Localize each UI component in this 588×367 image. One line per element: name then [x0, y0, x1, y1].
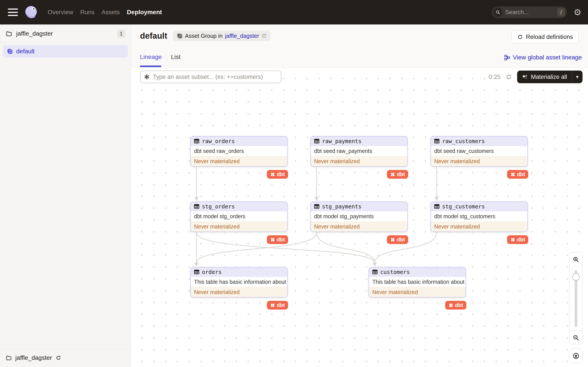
- asset-name: customers: [380, 269, 410, 275]
- dbt-badge-label: dbt: [517, 171, 525, 177]
- asset-node-stg_payments[interactable]: stg_paymentsdbt model stg_paymentsNever …: [311, 201, 408, 232]
- refresh-timer: 0:25: [488, 73, 501, 80]
- asset-description: This table has basic information about .…: [191, 277, 287, 287]
- table-icon: [434, 204, 440, 209]
- asset-group-tag-link[interactable]: jaffle_dagster: [225, 33, 259, 39]
- asset-node-header: orders: [191, 267, 287, 277]
- zoom-controls: [569, 252, 582, 345]
- asset-description: dbt seed raw_orders: [191, 146, 287, 156]
- asset-subset-input[interactable]: [153, 73, 277, 81]
- table-icon: [194, 204, 199, 209]
- dbt-badge-label: dbt: [397, 171, 405, 177]
- dbt-logo-icon: [390, 237, 395, 242]
- search-input[interactable]: [502, 9, 557, 16]
- asset-name: orders: [202, 269, 222, 275]
- active-tab-underline: [140, 66, 161, 67]
- asset-status: Never materialized: [311, 222, 407, 232]
- dbt-logo-icon: [270, 303, 275, 308]
- asset-node-orders[interactable]: ordersThis table has basic information a…: [190, 267, 288, 298]
- dbt-badge-raw_payments[interactable]: dbt: [387, 170, 408, 179]
- dbt-badge-customers[interactable]: dbt: [445, 301, 466, 309]
- main-panel: default Asset Group in jaffle_dagster Re…: [131, 25, 588, 367]
- search-shortcut-key: /: [557, 8, 565, 17]
- asset-group-icon: [7, 48, 13, 54]
- dbt-badge-label: dbt: [277, 171, 285, 177]
- search-bar[interactable]: /: [492, 6, 567, 18]
- view-global-asset-lineage-link[interactable]: View global asset lineage: [504, 54, 582, 61]
- dbt-badge-label: dbt: [277, 302, 285, 308]
- op-selector-icon: [144, 74, 150, 80]
- settings-gear-icon[interactable]: ⚙: [574, 8, 581, 17]
- asset-description: dbt model stg_payments: [311, 211, 407, 222]
- sparkle-icon: [522, 74, 528, 80]
- sidebar-footer: jaffle_dagster: [0, 349, 131, 367]
- asset-subset-filter: [140, 71, 281, 83]
- asset-name: raw_payments: [322, 138, 362, 144]
- asset-node-raw_customers[interactable]: raw_customersdbt seed raw_customersNever…: [431, 136, 528, 167]
- dbt-badge-stg_orders[interactable]: dbt: [267, 235, 288, 244]
- folder-icon: [6, 355, 12, 361]
- dagster-logo[interactable]: [23, 4, 39, 20]
- nav-item-overview[interactable]: Overview: [44, 9, 77, 16]
- asset-name: stg_customers: [442, 203, 485, 210]
- asset-status: Never materialized: [191, 287, 287, 297]
- asset-name: raw_orders: [202, 138, 235, 144]
- nav-links: Overview Runs Assets Deployment: [44, 9, 165, 16]
- asset-group-tag: Asset Group in jaffle_dagster: [173, 31, 271, 41]
- sidebar-project-row[interactable]: jaffle_dagster 1: [0, 25, 131, 43]
- dbt-badge-orders[interactable]: dbt: [267, 301, 288, 309]
- materialize-dropdown-caret[interactable]: ▾: [572, 71, 582, 83]
- dbt-badge-label: dbt: [397, 237, 405, 243]
- lineage-canvas[interactable]: 0:25 Materialize all ▾: [131, 68, 588, 367]
- download-image-button[interactable]: [569, 349, 582, 363]
- asset-name: stg_orders: [202, 203, 235, 210]
- materialize-all-button[interactable]: Materialize all ▾: [517, 71, 582, 83]
- asset-group-tag-text: Asset Group in: [185, 33, 223, 39]
- asset-node-raw_payments[interactable]: raw_paymentsdbt seed raw_paymentsNever m…: [311, 136, 408, 167]
- nav-item-assets[interactable]: Assets: [98, 9, 123, 16]
- dbt-badge-label: dbt: [455, 302, 463, 308]
- dbt-badge-raw_orders[interactable]: dbt: [267, 170, 288, 179]
- dbt-badge-stg_customers[interactable]: dbt: [507, 235, 528, 244]
- view-tabs: Lineage List: [140, 53, 181, 60]
- reload-icon[interactable]: [261, 33, 267, 38]
- zoom-out-button[interactable]: [570, 331, 582, 345]
- dbt-logo-icon: [270, 172, 275, 177]
- asset-node-customers[interactable]: customersThis table has basic informatio…: [369, 267, 466, 298]
- dbt-badge-raw_customers[interactable]: dbt: [507, 170, 528, 179]
- nav-item-deployment[interactable]: Deployment: [123, 9, 165, 16]
- asset-status: Never materialized: [311, 156, 407, 166]
- asset-status: Never materialized: [369, 287, 466, 297]
- tab-lineage[interactable]: Lineage: [140, 53, 162, 60]
- asset-node-raw_orders[interactable]: raw_ordersdbt seed raw_ordersNever mater…: [190, 136, 288, 167]
- table-icon: [194, 138, 199, 144]
- dbt-badge-label: dbt: [277, 237, 285, 243]
- tab-list[interactable]: List: [171, 53, 181, 60]
- asset-group-icon: [177, 33, 183, 39]
- asset-node-stg_customers[interactable]: stg_customersdbt model stg_customersNeve…: [431, 201, 528, 232]
- reload-definitions-button[interactable]: Reload definitions: [511, 31, 579, 43]
- nav-item-runs[interactable]: Runs: [77, 9, 98, 16]
- zoom-in-button[interactable]: [570, 252, 582, 267]
- view-global-asset-lineage-label: View global asset lineage: [513, 54, 582, 61]
- asset-node-header: stg_orders: [191, 202, 287, 211]
- asset-node-header: raw_customers: [431, 136, 527, 146]
- asset-group-header: default Asset Group in jaffle_dagster Re…: [131, 25, 588, 68]
- sidebar-project-label: jaffle_dagster: [16, 30, 113, 37]
- zoom-slider-handle[interactable]: [572, 273, 580, 281]
- zoom-slider[interactable]: [570, 267, 582, 331]
- reload-code-location-icon[interactable]: [56, 355, 61, 361]
- materialize-all-label: Materialize all: [531, 74, 567, 80]
- page-title: default: [140, 31, 167, 41]
- asset-node-stg_orders[interactable]: stg_ordersdbt model stg_ordersNever mate…: [190, 201, 288, 232]
- table-icon: [372, 269, 378, 275]
- folder-icon: [6, 30, 12, 37]
- reload-definitions-label: Reload definitions: [526, 34, 573, 40]
- refresh-icon[interactable]: [506, 74, 512, 80]
- menu-icon[interactable]: [8, 8, 18, 16]
- dbt-badge-stg_payments[interactable]: dbt: [387, 235, 408, 244]
- asset-description: This table has basic information about .…: [369, 277, 466, 287]
- top-nav: Overview Runs Assets Deployment / ⚙: [0, 0, 588, 25]
- sidebar-item-default-group[interactable]: default: [3, 45, 128, 58]
- asset-node-header: customers: [369, 267, 466, 277]
